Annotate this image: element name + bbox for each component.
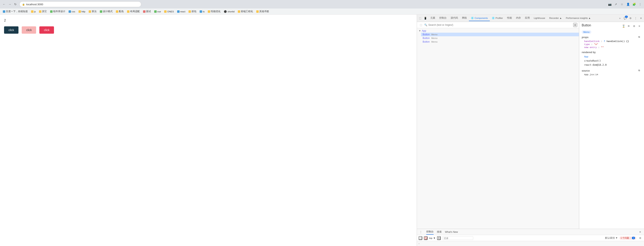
settings-button[interactable]: ⚙	[628, 16, 633, 20]
rendered-by-app[interactable]: App	[584, 54, 642, 59]
bookmark-other-books[interactable]: 其他书签	[255, 10, 270, 14]
bookmark-label: 前端工程化	[241, 10, 253, 13]
console-body: ›	[417, 241, 644, 246]
bookmark-baidu[interactable]: 百度一下，你就知道	[2, 10, 29, 14]
tab-memory[interactable]: 内存	[514, 15, 523, 21]
console-tabs: ⋮ 控制台 搜索 What's New ✕	[417, 229, 644, 235]
console-settings-button[interactable]: ⚙	[638, 236, 642, 240]
search-input[interactable]	[428, 24, 572, 26]
bookmark-perf[interactable]: 性能优化	[206, 10, 222, 14]
tree-component-label: Button	[423, 37, 430, 40]
bookmark-other[interactable]: 其它	[38, 10, 48, 14]
console-top-label: top	[429, 237, 432, 239]
url-text: localhost:3000	[26, 3, 43, 6]
console-tab-whats-new[interactable]: What's New	[445, 230, 458, 234]
bookmark-folder-icon	[177, 10, 180, 13]
bookmark-label: shortid	[228, 10, 234, 13]
console-sidebar-button[interactable]: ⬚	[418, 236, 422, 240]
console-clear-button[interactable]: 🚫	[424, 236, 428, 240]
bookmark-folder-icon	[154, 10, 157, 13]
tab-elements[interactable]: 元素	[428, 15, 437, 21]
tree-component-label: Button	[423, 33, 430, 36]
tab-recorder[interactable]: Recorder ▲	[547, 16, 564, 21]
search-settings-button[interactable]: ⚙	[573, 23, 577, 27]
tree-item-button-3[interactable]: Button Memo	[421, 40, 579, 44]
console-close-button[interactable]: ✕	[638, 230, 642, 234]
bookmark-github-shortid[interactable]: ⚫ shortid	[222, 10, 236, 14]
more-options-button[interactable]: ⋮	[634, 16, 638, 20]
refresh-button[interactable]: ↻	[13, 2, 18, 7]
console-more-options-button[interactable]: ⋮	[418, 230, 423, 234]
tab-components[interactable]: Components	[469, 16, 490, 21]
component-inspect-button[interactable]: ⬚	[418, 23, 423, 27]
bookmark-component-lib[interactable]: 组件库设计	[49, 10, 66, 14]
tab-lighthouse[interactable]: Lighthouse	[532, 16, 547, 21]
bookmark-folder-icon	[68, 10, 71, 13]
component-eye-button[interactable]: 👁	[626, 24, 631, 28]
extensions-icon[interactable]: 🧩	[632, 2, 636, 6]
tab-source[interactable]: 源代码	[448, 15, 460, 21]
screenshot-icon[interactable]: 📷	[608, 2, 612, 6]
bookmark-folder-icon	[208, 10, 210, 13]
tab-performance-insights[interactable]: Performance insights ▲	[564, 16, 593, 21]
component-close-button[interactable]: ✕	[637, 24, 642, 28]
tree-memo-label: Memo	[431, 40, 438, 43]
notifications-button[interactable]: 💬 1	[623, 16, 627, 20]
bookmark-http[interactable]: http	[77, 10, 87, 13]
bookmark-folder-icon	[238, 10, 240, 13]
tab-profiler[interactable]: Profiler	[490, 16, 505, 21]
prop-colon: :	[601, 40, 604, 42]
bookmark-frontend-eng[interactable]: 前端工程化	[236, 10, 254, 14]
component-suspend-button[interactable]: ⌛	[621, 24, 626, 28]
button-b[interactable]: click	[22, 26, 36, 34]
more-tabs-button[interactable]: »	[618, 16, 622, 20]
bookmark-capture[interactable]: 抓包	[187, 10, 198, 14]
bookmark-react[interactable]: react	[176, 10, 187, 13]
button-c[interactable]: click	[39, 26, 54, 34]
tree-item-button-1[interactable]: Button Memo	[421, 33, 579, 36]
bookmark-label: 面试	[146, 10, 151, 13]
devtools-device-button[interactable]: 📱	[423, 16, 428, 20]
bookmark-color[interactable]: 配色	[115, 10, 125, 14]
bookmark-vue[interactable]: vue	[153, 10, 162, 13]
source-copy-button[interactable]: ⧉	[638, 69, 642, 72]
back-button[interactable]: ←	[2, 2, 6, 7]
close-devtools-button[interactable]: ✕	[639, 16, 643, 20]
share-icon[interactable]: ↗	[614, 2, 618, 6]
console-filter-input[interactable]	[442, 236, 473, 240]
bookmark-layout[interactable]: 布局适配	[126, 10, 141, 14]
console-tab-console[interactable]: 控制台	[426, 229, 434, 235]
bookmark-design-pattern[interactable]: 设计模式	[98, 10, 114, 14]
rendered-by-app-link[interactable]: App	[584, 55, 588, 58]
component-settings-button[interactable]: ⚙	[632, 24, 636, 28]
console-level-label[interactable]: 默认级别 ▼	[605, 236, 618, 240]
bookmark-js[interactable]: js	[30, 10, 37, 13]
tab-console[interactable]: 控制台	[437, 15, 448, 21]
bookmark-ts[interactable]: ts	[198, 10, 206, 13]
menu-icon[interactable]: ⋮	[638, 2, 642, 6]
tree-item-button-2[interactable]: Button Memo	[421, 36, 579, 40]
tab-application[interactable]: 应用	[523, 15, 532, 21]
forward-button[interactable]: →	[7, 2, 12, 7]
bookmark-icon[interactable]: ☆	[620, 2, 624, 6]
bookmark-interview[interactable]: 面试	[142, 10, 152, 14]
prop-row-type: type : "A"	[582, 43, 642, 46]
console-tab-search[interactable]: 搜索	[437, 229, 442, 234]
issues-badge: 1 个问题： 1	[620, 236, 636, 240]
button-a[interactable]: click	[4, 26, 18, 34]
tree-item-app[interactable]: ▼ App	[417, 29, 579, 33]
address-bar[interactable]: 🔒 localhost:3000	[20, 2, 141, 7]
tab-performance[interactable]: 性能	[505, 15, 514, 21]
rendered-by-label: rendered by	[582, 51, 596, 54]
component-name: Button	[582, 24, 591, 27]
bookmark-algo[interactable]: 算法	[88, 10, 98, 14]
bookmark-label: 百度一下，你就知道	[6, 10, 28, 13]
props-copy-button[interactable]: ⧉	[638, 36, 642, 39]
devtools-inspect-button[interactable]: ⬚	[418, 16, 422, 20]
bookmark-css[interactable]: css	[67, 10, 76, 13]
profile-icon[interactable]: 👤	[626, 2, 630, 6]
tab-network[interactable]: 网络	[460, 15, 469, 21]
bookmark-ones[interactable]: ONES	[163, 10, 175, 13]
console-eye-button[interactable]: 👁	[437, 236, 441, 240]
bookmark-label: 其他书签	[259, 10, 269, 13]
